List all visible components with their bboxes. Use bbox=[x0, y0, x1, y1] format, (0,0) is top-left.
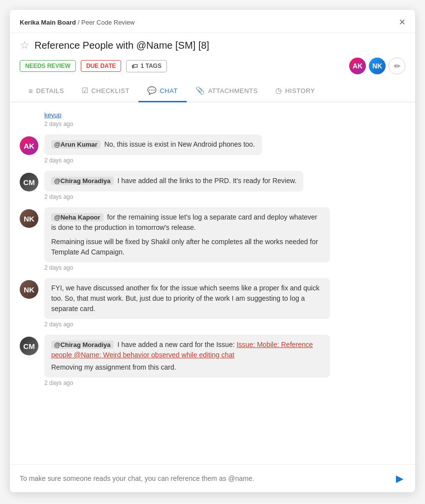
mention-neha: @Neha Kapoor bbox=[51, 213, 103, 221]
msg1-timestamp: 2 days ago bbox=[44, 157, 405, 164]
details-icon: ≡ bbox=[29, 87, 33, 95]
breadcrumb: Kerika Main Board / Peer Code Review bbox=[20, 19, 134, 26]
table-row: CM @Chirag Moradiya I have added all the… bbox=[20, 171, 405, 191]
msg4-text: FYI, we have discussed another fix for t… bbox=[51, 284, 320, 313]
tab-chat[interactable]: 💬 CHAT bbox=[138, 80, 187, 102]
tab-details[interactable]: ≡ DETAILS bbox=[20, 81, 73, 102]
mention-chirag: @Chirag Moradiya bbox=[51, 177, 114, 185]
tags-badge[interactable]: 🏷 1 TAGS bbox=[126, 60, 166, 72]
msg5-timestamp: 2 days ago bbox=[44, 379, 405, 386]
card-header: Kerika Main Board / Peer Code Review × bbox=[10, 10, 415, 33]
keyup-link[interactable]: keyup bbox=[44, 111, 62, 119]
table-row: NK FYI, we have discussed another fix fo… bbox=[20, 278, 405, 319]
msg2-text: I have added all the links to the PRD. I… bbox=[117, 177, 296, 185]
card-title: Reference People with @Name [SM] [8] bbox=[34, 40, 209, 51]
avatar-1: AK bbox=[349, 58, 366, 74]
send-button[interactable]: ▶ bbox=[394, 471, 405, 486]
bookmark-icon: 🏷 bbox=[131, 63, 138, 70]
history-icon: ◷ bbox=[275, 86, 282, 95]
checklist-icon: ☑ bbox=[82, 86, 89, 95]
msg4-bubble: FYI, we have discussed another fix for t… bbox=[44, 278, 330, 319]
mention-arun: @Arun Kumar bbox=[51, 140, 100, 149]
table-row: CM @Chirag Moradiya I have added a new c… bbox=[20, 335, 405, 378]
msg2-bubble: @Chirag Moradiya I have added all the li… bbox=[44, 171, 303, 191]
avatar-neha: NK bbox=[20, 209, 38, 228]
chat-input[interactable] bbox=[20, 474, 389, 482]
avatar-fyi: NK bbox=[20, 280, 38, 299]
msg5-text-before: I have added a new card for the Issue: bbox=[117, 341, 236, 348]
msg5-bubble: @Chirag Moradiya I have added a new card… bbox=[44, 335, 330, 378]
msg0-timestamp: 2 days ago bbox=[44, 121, 405, 127]
msg3-line2: Remaining issue will be fixed by Shakil … bbox=[51, 237, 323, 257]
msg4-timestamp: 2 days ago bbox=[44, 321, 405, 328]
table-row: NK @Neha Kapoor for the remaining issue … bbox=[20, 207, 405, 262]
tags-row: NEEDS REVIEW DUE DATE 🏷 1 TAGS AK NK ✏ bbox=[10, 56, 415, 80]
close-button[interactable]: × bbox=[399, 17, 405, 28]
needs-review-badge[interactable]: NEEDS REVIEW bbox=[20, 60, 76, 72]
tab-attachments[interactable]: 📎 ATTACHMENTS bbox=[187, 80, 267, 102]
assignees-area: AK NK ✏ bbox=[349, 58, 405, 74]
edit-assignees-button[interactable]: ✏ bbox=[389, 58, 405, 74]
tab-chat-label: CHAT bbox=[160, 87, 177, 94]
msg1-text: No, this issue is exist in New Android p… bbox=[104, 140, 255, 148]
msg1-bubble: @Arun Kumar No, this issue is exist in N… bbox=[44, 134, 262, 155]
mention-chirag2: @Chirag Moradiya bbox=[51, 341, 114, 349]
table-row: AK @Arun Kumar No, this issue is exist i… bbox=[20, 134, 405, 155]
chat-area: keyup 2 days ago AK @Arun Kumar No, this… bbox=[10, 102, 415, 464]
msg3-line1: @Neha Kapoor for the remaining issue let… bbox=[51, 212, 323, 233]
truncated-message: keyup bbox=[20, 107, 405, 121]
tab-history[interactable]: ◷ HISTORY bbox=[266, 80, 324, 102]
tab-checklist[interactable]: ☑ CHECKLIST bbox=[73, 80, 138, 102]
tab-history-label: HISTORY bbox=[285, 87, 315, 94]
tabs-row: ≡ DETAILS ☑ CHECKLIST 💬 CHAT 📎 ATTACHMEN… bbox=[10, 80, 415, 102]
avatar-2: NK bbox=[369, 58, 386, 74]
title-row: ☆ Reference People with @Name [SM] [8] bbox=[10, 33, 415, 56]
chat-input-area: ▶ bbox=[10, 464, 415, 492]
chat-icon: 💬 bbox=[147, 86, 157, 95]
tab-details-label: DETAILS bbox=[36, 87, 64, 94]
avatar-chirag: CM bbox=[20, 173, 38, 191]
tab-checklist-label: CHECKLIST bbox=[91, 87, 129, 94]
attachments-icon: 📎 bbox=[196, 86, 205, 95]
msg3-bubble: @Neha Kapoor for the remaining issue let… bbox=[44, 207, 330, 262]
msg5-text-after: Removing my assignment from this card. bbox=[51, 362, 323, 373]
card-container: Kerika Main Board / Peer Code Review × ☆… bbox=[10, 10, 415, 492]
msg3-timestamp: 2 days ago bbox=[44, 264, 405, 271]
msg2-timestamp: 2 days ago bbox=[44, 193, 405, 200]
tab-attachments-label: ATTACHMENTS bbox=[208, 87, 258, 94]
due-date-badge[interactable]: DUE DATE bbox=[81, 60, 121, 72]
avatar-chirag2: CM bbox=[20, 337, 38, 355]
avatar-arun: AK bbox=[20, 136, 38, 155]
star-icon[interactable]: ☆ bbox=[20, 39, 30, 52]
